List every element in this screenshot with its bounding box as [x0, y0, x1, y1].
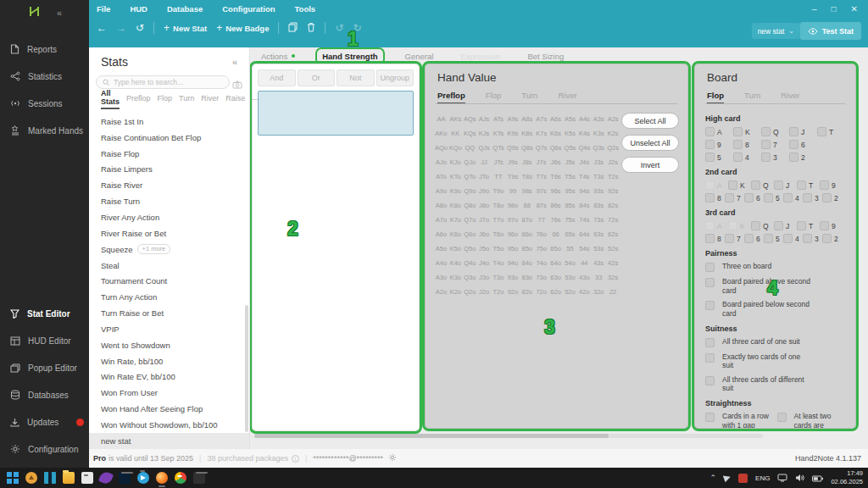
- hand-combo-cell[interactable]: K2s: [606, 126, 620, 141]
- hand-combo-cell[interactable]: 74o: [534, 256, 548, 270]
- hand-combo-cell[interactable]: 85o: [520, 241, 534, 256]
- tab-raise[interactable]: Raise: [225, 94, 245, 104]
- minimize-icon[interactable]: –: [812, 4, 817, 14]
- hand-combo-cell[interactable]: 74s: [577, 213, 592, 227]
- editor-tab[interactable]: Actions: [257, 50, 299, 63]
- hand-combo-cell[interactable]: KTo: [448, 169, 463, 184]
- list-item[interactable]: VPIP: [89, 321, 249, 337]
- hand-combo-cell[interactable]: 75o: [534, 241, 548, 256]
- sidebar-item-sessions[interactable]: Sessions: [0, 90, 89, 117]
- hand-combo-cell[interactable]: A6s: [548, 112, 563, 126]
- checkbox-icon[interactable]: [789, 127, 798, 136]
- current-stat-dropdown[interactable]: new stat ⌄: [752, 23, 800, 39]
- hand-combo-cell[interactable]: A8s: [520, 112, 534, 126]
- card-checkbox[interactable]: 6: [744, 234, 764, 243]
- sidebar-item-updates[interactable]: Updates: [0, 408, 89, 435]
- hand-combo-cell[interactable]: K9s: [505, 126, 520, 141]
- checkbox-icon[interactable]: [705, 221, 715, 230]
- taskbar-app-icon[interactable]: [119, 472, 131, 484]
- card-checkbox[interactable]: 6: [744, 193, 764, 202]
- board-option-checkbox[interactable]: Board paired below second card: [705, 300, 849, 318]
- sidebar-item-reports[interactable]: Reports: [0, 36, 89, 63]
- red-app-tray-icon[interactable]: [738, 474, 748, 483]
- hand-combo-cell[interactable]: Q5o: [463, 241, 477, 256]
- hand-combo-cell[interactable]: Q5s: [563, 141, 577, 155]
- checkbox-icon[interactable]: [744, 234, 754, 243]
- card-checkbox[interactable]: J: [774, 221, 797, 230]
- hand-combo-cell[interactable]: QQ: [463, 141, 477, 155]
- taskbar-app-icon[interactable]: [25, 472, 37, 484]
- hand-combo-cell[interactable]: Q6s: [548, 141, 563, 155]
- list-item[interactable]: Won Hand After Seeing Flop: [89, 401, 249, 417]
- network-icon[interactable]: [777, 470, 787, 485]
- hand-combo-cell[interactable]: K7o: [448, 213, 463, 227]
- list-item[interactable]: Raise Limpers: [89, 162, 249, 178]
- board-option-checkbox[interactable]: Three on board: [705, 262, 849, 272]
- hand-combo-cell[interactable]: Q2o: [463, 285, 477, 299]
- list-item[interactable]: new stat: [89, 433, 249, 449]
- checkbox-icon[interactable]: [764, 193, 773, 202]
- tab-preflop[interactable]: Preflop: [126, 94, 151, 104]
- list-item[interactable]: Turn Any Action: [89, 289, 249, 305]
- hand-combo-cell[interactable]: ATs: [492, 112, 506, 126]
- hand-combo-cell[interactable]: 99: [505, 184, 520, 198]
- card-checkbox[interactable]: 5: [764, 193, 783, 202]
- list-item[interactable]: Tournament Count: [89, 273, 249, 289]
- list-item[interactable]: Raise Continuation Bet Flop: [89, 130, 249, 146]
- card-checkbox[interactable]: 9: [820, 221, 843, 230]
- card-checkbox[interactable]: A: [705, 221, 728, 230]
- hand-combo-cell[interactable]: K7s: [534, 126, 548, 141]
- checkbox-icon[interactable]: [744, 193, 754, 202]
- hand-combo-cell[interactable]: A4s: [577, 112, 592, 126]
- hand-combo-cell[interactable]: 94o: [505, 256, 520, 270]
- checkbox-icon[interactable]: [761, 127, 771, 136]
- battery-icon[interactable]: [812, 470, 823, 485]
- card-checkbox[interactable]: T: [797, 180, 820, 190]
- list-item[interactable]: Won Without Showdown, bb/100: [89, 417, 249, 433]
- card-checkbox[interactable]: 2: [789, 152, 817, 162]
- hand-combo-cell[interactable]: AA: [434, 112, 448, 126]
- hand-combo-cell[interactable]: 63s: [592, 227, 606, 241]
- menu-item[interactable]: Configuration: [222, 4, 275, 14]
- checkbox-icon[interactable]: [733, 152, 743, 162]
- street-tab[interactable]: River: [781, 91, 799, 104]
- hand-combo-cell[interactable]: A7s: [534, 112, 548, 126]
- checkbox-icon[interactable]: [705, 152, 715, 162]
- hand-combo-cell[interactable]: J6s: [548, 155, 563, 169]
- hand-combo-cell[interactable]: 66: [548, 227, 563, 241]
- card-checkbox[interactable]: 9: [820, 180, 843, 190]
- card-checkbox[interactable]: A: [705, 127, 733, 136]
- hand-combo-cell[interactable]: AJo: [434, 155, 448, 169]
- editor-tab[interactable]: Expression: [456, 50, 504, 63]
- history-icon[interactable]: ↺: [136, 23, 144, 33]
- checkbox-icon[interactable]: [777, 413, 787, 422]
- hand-combo-cell[interactable]: 43o: [577, 270, 592, 285]
- checkbox-icon[interactable]: [733, 127, 743, 136]
- hand-combo-cell[interactable]: A4o: [434, 256, 448, 270]
- hand-combo-cell[interactable]: JTo: [477, 169, 492, 184]
- hand-combo-cell[interactable]: QTs: [492, 141, 506, 155]
- copy-icon[interactable]: [288, 22, 298, 34]
- hand-combo-cell[interactable]: T8s: [520, 169, 534, 184]
- checkbox-icon[interactable]: [803, 193, 812, 202]
- tab-all-stats[interactable]: All Stats: [101, 89, 120, 109]
- card-checkbox[interactable]: 3: [761, 152, 789, 162]
- list-item[interactable]: Squeeze +1 more: [89, 241, 249, 258]
- checkbox-icon[interactable]: [705, 193, 715, 202]
- hand-combo-cell[interactable]: Q3s: [592, 141, 606, 155]
- hand-combo-cell[interactable]: Q7s: [534, 141, 548, 155]
- menu-item[interactable]: HUD: [130, 4, 147, 14]
- hand-combo-cell[interactable]: QJs: [477, 141, 492, 155]
- hand-combo-cell[interactable]: 92s: [606, 184, 620, 198]
- card-checkbox[interactable]: 8: [705, 193, 725, 202]
- hand-combo-cell[interactable]: J2s: [606, 155, 620, 169]
- list-item[interactable]: Turn Raise or Bet: [89, 305, 249, 321]
- checkbox-icon[interactable]: [783, 193, 793, 202]
- hand-combo-cell[interactable]: 64o: [548, 256, 563, 270]
- panel-collapse-icon[interactable]: «: [232, 57, 237, 67]
- hand-combo-cell[interactable]: 96o: [505, 227, 520, 241]
- hand-combo-cell[interactable]: 87o: [520, 213, 534, 227]
- undo-icon[interactable]: ↺: [335, 23, 343, 33]
- hand-combo-cell[interactable]: A9o: [434, 184, 448, 198]
- selected-condition-block[interactable]: [258, 91, 414, 136]
